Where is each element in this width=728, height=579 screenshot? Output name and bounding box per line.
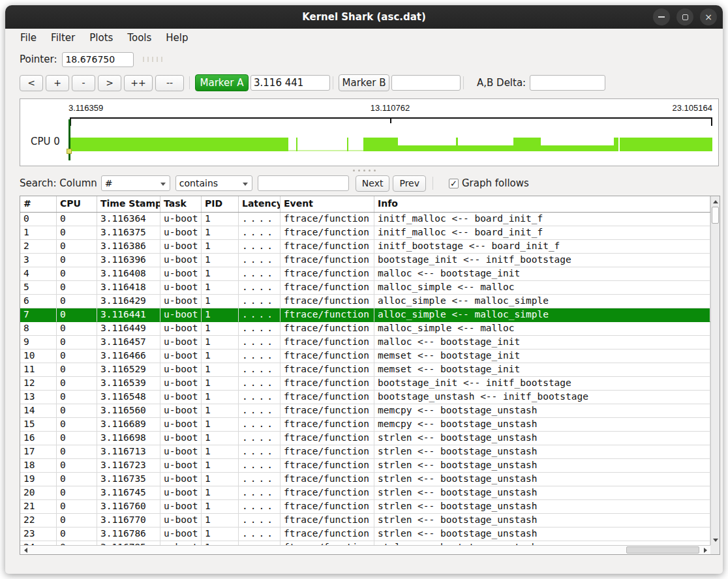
nav-button->[interactable]: > — [98, 75, 121, 91]
column-header-time-stamp[interactable]: Time Stamp — [97, 196, 160, 212]
column-header-pid[interactable]: PID — [202, 196, 239, 212]
table-row[interactable]: 1803.116723u-boot1....ftrace/functionstr… — [20, 459, 710, 473]
table-row[interactable]: 1903.116735u-boot1....ftrace/functionstr… — [20, 473, 710, 486]
column-header-info[interactable]: Info — [374, 196, 710, 212]
marker-a-value-field[interactable] — [250, 75, 330, 91]
splitter-handle[interactable] — [5, 168, 723, 173]
prev-button[interactable]: Prev — [393, 175, 426, 192]
column-header-cpu[interactable]: CPU — [57, 196, 97, 212]
table-row[interactable]: 103.116375u-boot1....ftrace/functioninit… — [20, 226, 710, 240]
cell-#: 2 — [20, 240, 57, 254]
marker-a-button[interactable]: Marker A — [195, 74, 249, 91]
table-header[interactable]: #CPUTime StampTaskPIDLatencyEventInfo — [20, 196, 710, 213]
cell-#: 8 — [20, 322, 57, 336]
cpu-activity-segment — [614, 138, 618, 151]
toolbar-separator — [463, 76, 464, 89]
search-column-value: # — [105, 178, 113, 188]
nav-button---[interactable]: -- — [155, 75, 184, 91]
scroll-right-button[interactable] — [701, 546, 710, 554]
table-row[interactable]: 1603.116698u-boot1....ftrace/functionstr… — [20, 432, 710, 445]
table-row[interactable]: 403.116408u-boot1....ftrace/functionmall… — [20, 267, 710, 281]
table-row[interactable]: 1403.116560u-boot1....ftrace/functionmem… — [20, 404, 710, 418]
column-header-#[interactable]: # — [20, 196, 57, 212]
table-row-selected[interactable]: 703.116441u-boot1....ftrace/functionallo… — [20, 308, 710, 322]
graph-follows-checkbox[interactable]: ✓ — [449, 179, 459, 188]
table-row[interactable]: 2103.116760u-boot1....ftrace/functionstr… — [20, 500, 710, 514]
table-row[interactable]: 303.116396u-boot1....ftrace/functionboot… — [20, 254, 710, 267]
cell-time-stamp: 3.116698 — [97, 432, 160, 445]
marker-b-button[interactable]: Marker B — [339, 74, 389, 91]
table-row[interactable]: 503.116418u-boot1....ftrace/functionmall… — [20, 281, 710, 295]
cell-info: bootstage_init <-- initf_bootstage — [374, 377, 710, 391]
minimize-button[interactable] — [653, 8, 670, 25]
table-row[interactable]: 1703.116713u-boot1....ftrace/functionstr… — [20, 445, 710, 459]
pointer-input[interactable] — [62, 52, 134, 67]
table-row[interactable]: 2003.116745u-boot1....ftrace/functionstr… — [20, 486, 710, 500]
vertical-scroll-thumb[interactable] — [712, 207, 719, 224]
vertical-scrollbar[interactable] — [710, 196, 720, 545]
menu-item-plots[interactable]: Plots — [82, 31, 120, 45]
cpu-activity-segment — [398, 145, 456, 151]
cell-info: bootstage_unstash <-- initf_bootstage — [374, 391, 710, 404]
marker-a-handle[interactable] — [67, 149, 72, 154]
nav-button-+[interactable]: + — [46, 75, 69, 91]
table-row[interactable]: 1203.116539u-boot1....ftrace/functionboo… — [20, 377, 710, 391]
nav-button-<[interactable]: < — [20, 75, 43, 91]
horizontal-scroll-thumb[interactable] — [626, 546, 699, 554]
menu-item-help[interactable]: Help — [159, 31, 195, 45]
menu-item-filter[interactable]: Filter — [44, 31, 82, 45]
cpu-graph-panel[interactable]: 3.116359 13.110762 23.105164 CPU 0 — [20, 98, 719, 166]
scroll-down-button[interactable] — [711, 535, 720, 544]
chevron-down-icon — [160, 183, 166, 186]
cell-event: ftrace/function — [281, 500, 374, 514]
cell-pid: 1 — [202, 404, 239, 418]
table-row[interactable]: 1303.116548u-boot1....ftrace/functionboo… — [20, 391, 710, 404]
search-input[interactable] — [258, 175, 349, 191]
cell-info: strlen <-- bootstage_unstash — [374, 486, 710, 500]
cell-latency: .... — [239, 240, 281, 254]
search-column-select[interactable]: # — [101, 175, 170, 191]
table-row[interactable]: 1103.116529u-boot1....ftrace/functionmem… — [20, 363, 710, 377]
cell-info: strlen <-- bootstage_unstash — [374, 445, 710, 459]
column-header-task[interactable]: Task — [160, 196, 202, 212]
cell-time-stamp: 3.116786 — [97, 527, 160, 541]
table-row[interactable]: 903.116457u-boot1....ftrace/functionmall… — [20, 336, 710, 349]
table-row[interactable]: 2303.116786u-boot1....ftrace/functionstr… — [20, 527, 710, 541]
table-row[interactable]: 2203.116770u-boot1....ftrace/functionstr… — [20, 514, 710, 527]
cell-task: u-boot — [160, 336, 202, 349]
table-row[interactable]: 003.116364u-boot1....ftrace/functioninit… — [20, 213, 710, 226]
cell-pid: 1 — [202, 254, 239, 267]
scroll-left-button[interactable] — [21, 546, 30, 554]
nav-button--[interactable]: - — [72, 75, 95, 91]
nav-button-++[interactable]: ++ — [124, 75, 153, 91]
column-header-event[interactable]: Event — [281, 196, 374, 212]
table-row[interactable]: 803.116449u-boot1....ftrace/functionmall… — [20, 322, 710, 336]
table-row[interactable]: 1503.116689u-boot1....ftrace/functionmem… — [20, 418, 710, 432]
titlebar[interactable]: Kernel Shark (asc.dat) × — [5, 5, 723, 29]
close-button[interactable]: × — [700, 8, 717, 25]
cell-pid: 1 — [202, 514, 239, 527]
horizontal-scrollbar[interactable] — [20, 545, 710, 554]
ab-delta-field[interactable] — [530, 75, 605, 91]
maximize-button[interactable] — [676, 8, 693, 25]
cell-#: 22 — [20, 514, 57, 527]
menu-item-tools[interactable]: Tools — [120, 31, 159, 45]
cpu-activity-hairline — [288, 150, 363, 151]
cpu0-activity-bar[interactable] — [70, 138, 712, 151]
table-row[interactable]: 1003.116466u-boot1....ftrace/functionmem… — [20, 349, 710, 363]
search-match-select[interactable]: contains — [175, 175, 252, 191]
marker-b-value-field[interactable] — [391, 75, 461, 91]
cell-time-stamp: 3.116408 — [97, 267, 160, 281]
table-row[interactable]: 203.116386u-boot1....ftrace/functioninit… — [20, 240, 710, 254]
cell-info: memset <-- bootstage_init — [374, 363, 710, 377]
cell-event: ftrace/function — [281, 473, 374, 486]
cell-task: u-boot — [160, 254, 202, 267]
scroll-up-button[interactable] — [711, 197, 720, 206]
table-row[interactable]: 603.116429u-boot1....ftrace/functionallo… — [20, 295, 710, 308]
next-button[interactable]: Next — [356, 175, 390, 192]
menu-item-file[interactable]: File — [13, 31, 44, 45]
cell-info: strlen <-- bootstage_unstash — [374, 459, 710, 473]
column-header-latency[interactable]: Latency — [239, 196, 281, 212]
cell-latency: .... — [239, 336, 281, 349]
cell-task: u-boot — [160, 514, 202, 527]
